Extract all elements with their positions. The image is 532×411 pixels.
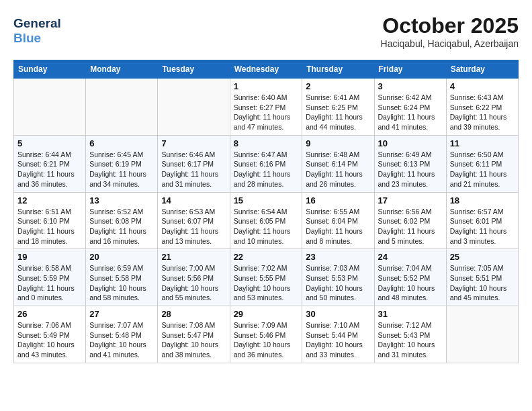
calendar-cell: 31Sunrise: 7:12 AMSunset: 5:43 PMDayligh… (374, 306, 446, 363)
calendar-week-row: 1Sunrise: 6:40 AMSunset: 6:27 PMDaylight… (14, 79, 519, 136)
weekday-header: Thursday (302, 60, 374, 79)
day-number: 16 (306, 195, 370, 205)
day-info: Sunrise: 6:48 AMSunset: 6:14 PMDaylight:… (306, 150, 370, 189)
day-number: 28 (161, 309, 226, 319)
day-info: Sunrise: 6:41 AMSunset: 6:25 PMDaylight:… (306, 93, 370, 132)
day-info: Sunrise: 7:05 AMSunset: 5:51 PMDaylight:… (450, 263, 515, 303)
logo: G General Blue (13, 13, 61, 46)
day-number: 11 (450, 138, 515, 148)
day-info: Sunrise: 7:02 AMSunset: 5:55 PMDaylight:… (234, 263, 299, 303)
calendar-cell: 21Sunrise: 7:00 AMSunset: 5:56 PMDayligh… (158, 249, 230, 306)
day-number: 26 (17, 309, 82, 319)
day-number: 19 (17, 252, 82, 262)
day-number: 22 (234, 252, 299, 262)
day-number: 4 (450, 81, 515, 91)
calendar-cell: 10Sunrise: 6:49 AMSunset: 6:13 PMDayligh… (374, 135, 446, 192)
day-number: 18 (450, 195, 515, 205)
calendar-cell: 1Sunrise: 6:40 AMSunset: 6:27 PMDaylight… (230, 79, 302, 136)
day-number: 2 (306, 81, 370, 91)
calendar-cell: 14Sunrise: 6:53 AMSunset: 6:07 PMDayligh… (158, 192, 230, 249)
day-number: 31 (378, 309, 443, 319)
weekday-header: Friday (374, 60, 446, 79)
day-number: 5 (17, 138, 82, 148)
day-info: Sunrise: 7:08 AMSunset: 5:47 PMDaylight:… (161, 320, 226, 360)
day-number: 10 (378, 138, 443, 148)
page-header: G General Blue October 2025 Haciqabul, H… (13, 13, 519, 49)
day-number: 3 (378, 81, 443, 91)
day-info: Sunrise: 6:45 AMSunset: 6:19 PMDaylight:… (89, 150, 154, 189)
day-info: Sunrise: 6:46 AMSunset: 6:17 PMDaylight:… (161, 150, 226, 189)
day-info: Sunrise: 6:50 AMSunset: 6:11 PMDaylight:… (450, 150, 515, 189)
day-info: Sunrise: 7:07 AMSunset: 5:48 PMDaylight:… (89, 320, 154, 360)
day-number: 14 (161, 195, 226, 205)
calendar-cell: 26Sunrise: 7:06 AMSunset: 5:49 PMDayligh… (14, 306, 86, 363)
calendar-cell: 8Sunrise: 6:47 AMSunset: 6:16 PMDaylight… (230, 135, 302, 192)
calendar-cell: 19Sunrise: 6:58 AMSunset: 5:59 PMDayligh… (14, 249, 86, 306)
day-number: 8 (234, 138, 299, 148)
day-info: Sunrise: 6:56 AMSunset: 6:02 PMDaylight:… (378, 207, 443, 246)
day-info: Sunrise: 7:09 AMSunset: 5:46 PMDaylight:… (234, 320, 299, 360)
calendar-cell: 24Sunrise: 7:04 AMSunset: 5:52 PMDayligh… (374, 249, 446, 306)
day-info: Sunrise: 6:57 AMSunset: 6:01 PMDaylight:… (450, 207, 515, 246)
calendar-cell: 9Sunrise: 6:48 AMSunset: 6:14 PMDaylight… (302, 135, 374, 192)
calendar-cell: 22Sunrise: 7:02 AMSunset: 5:55 PMDayligh… (230, 249, 302, 306)
weekday-header: Tuesday (158, 60, 230, 79)
day-info: Sunrise: 6:44 AMSunset: 6:21 PMDaylight:… (17, 150, 82, 189)
calendar-cell (446, 306, 518, 363)
calendar-cell: 3Sunrise: 6:42 AMSunset: 6:24 PMDaylight… (374, 79, 446, 136)
calendar-cell: 6Sunrise: 6:45 AMSunset: 6:19 PMDaylight… (86, 135, 158, 192)
calendar-cell: 7Sunrise: 6:46 AMSunset: 6:17 PMDaylight… (158, 135, 230, 192)
logo-general-text: General (13, 16, 61, 30)
day-number: 25 (450, 252, 515, 262)
calendar-cell: 17Sunrise: 6:56 AMSunset: 6:02 PMDayligh… (374, 192, 446, 249)
day-number: 13 (89, 195, 154, 205)
day-info: Sunrise: 6:52 AMSunset: 6:08 PMDaylight:… (89, 207, 154, 246)
day-info: Sunrise: 7:04 AMSunset: 5:52 PMDaylight:… (378, 263, 443, 303)
weekday-header: Wednesday (230, 60, 302, 79)
calendar-cell: 2Sunrise: 6:41 AMSunset: 6:25 PMDaylight… (302, 79, 374, 136)
calendar-header-row: SundayMondayTuesdayWednesdayThursdayFrid… (14, 60, 519, 79)
day-info: Sunrise: 6:49 AMSunset: 6:13 PMDaylight:… (378, 150, 443, 189)
logo-wrapper: G General Blue (13, 16, 61, 46)
weekday-header: Sunday (14, 60, 86, 79)
location-subtitle: Haciqabul, Haciqabul, Azerbaijan (381, 38, 519, 49)
title-block: October 2025 Haciqabul, Haciqabul, Azerb… (381, 13, 519, 49)
day-number: 21 (161, 252, 226, 262)
calendar-week-row: 5Sunrise: 6:44 AMSunset: 6:21 PMDaylight… (14, 135, 519, 192)
day-number: 24 (378, 252, 443, 262)
day-number: 30 (306, 309, 370, 319)
day-info: Sunrise: 6:53 AMSunset: 6:07 PMDaylight:… (161, 207, 226, 246)
calendar-cell: 27Sunrise: 7:07 AMSunset: 5:48 PMDayligh… (86, 306, 158, 363)
calendar-cell (158, 79, 230, 136)
day-info: Sunrise: 7:00 AMSunset: 5:56 PMDaylight:… (161, 263, 226, 303)
calendar-cell: 29Sunrise: 7:09 AMSunset: 5:46 PMDayligh… (230, 306, 302, 363)
day-number: 7 (161, 138, 226, 148)
weekday-header: Saturday (446, 60, 518, 79)
calendar-cell: 13Sunrise: 6:52 AMSunset: 6:08 PMDayligh… (86, 192, 158, 249)
calendar-cell: 30Sunrise: 7:10 AMSunset: 5:44 PMDayligh… (302, 306, 374, 363)
calendar-cell: 15Sunrise: 6:54 AMSunset: 6:05 PMDayligh… (230, 192, 302, 249)
day-info: Sunrise: 7:12 AMSunset: 5:43 PMDaylight:… (378, 320, 443, 360)
day-number: 15 (234, 195, 299, 205)
calendar-cell: 12Sunrise: 6:51 AMSunset: 6:10 PMDayligh… (14, 192, 86, 249)
calendar-cell (14, 79, 86, 136)
calendar-cell: 25Sunrise: 7:05 AMSunset: 5:51 PMDayligh… (446, 249, 518, 306)
logo-blue-text: Blue (13, 31, 41, 45)
calendar-cell: 28Sunrise: 7:08 AMSunset: 5:47 PMDayligh… (158, 306, 230, 363)
day-number: 1 (234, 81, 299, 91)
weekday-header: Monday (86, 60, 158, 79)
calendar-cell: 18Sunrise: 6:57 AMSunset: 6:01 PMDayligh… (446, 192, 518, 249)
calendar-table: SundayMondayTuesdayWednesdayThursdayFrid… (13, 60, 519, 363)
day-info: Sunrise: 6:55 AMSunset: 6:04 PMDaylight:… (306, 207, 370, 246)
day-number: 9 (306, 138, 370, 148)
day-number: 27 (89, 309, 154, 319)
day-info: Sunrise: 6:54 AMSunset: 6:05 PMDaylight:… (234, 207, 299, 246)
calendar-cell: 5Sunrise: 6:44 AMSunset: 6:21 PMDaylight… (14, 135, 86, 192)
calendar-cell: 20Sunrise: 6:59 AMSunset: 5:58 PMDayligh… (86, 249, 158, 306)
day-info: Sunrise: 6:47 AMSunset: 6:16 PMDaylight:… (234, 150, 299, 189)
day-info: Sunrise: 6:58 AMSunset: 5:59 PMDaylight:… (17, 263, 82, 303)
calendar-cell: 23Sunrise: 7:03 AMSunset: 5:53 PMDayligh… (302, 249, 374, 306)
calendar-week-row: 26Sunrise: 7:06 AMSunset: 5:49 PMDayligh… (14, 306, 519, 363)
calendar-cell: 11Sunrise: 6:50 AMSunset: 6:11 PMDayligh… (446, 135, 518, 192)
day-info: Sunrise: 6:59 AMSunset: 5:58 PMDaylight:… (89, 263, 154, 303)
